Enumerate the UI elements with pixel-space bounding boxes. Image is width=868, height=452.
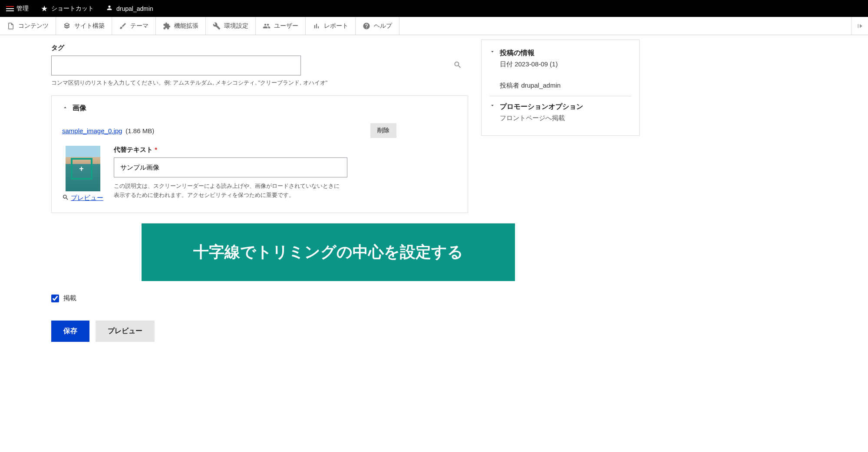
action-row: 保存 プレビュー	[51, 321, 468, 342]
side-panel: 投稿の情報 日付 2023-08-09 (1) 投稿者 drupal_admin…	[481, 39, 640, 136]
callout-banner: 十字線でトリミングの中心を設定する	[142, 223, 515, 281]
thumb-wrap: + プレビュー	[62, 146, 103, 202]
admin-content[interactable]: コンテンツ	[0, 17, 56, 35]
alt-help: この説明文は、スクリーンリーダーによる読み上げや、画像がロードされていないときに…	[114, 182, 344, 200]
manage-label: 管理	[17, 5, 29, 13]
image-thumb[interactable]: +	[66, 146, 100, 191]
manage-menu[interactable]: 管理	[0, 0, 35, 17]
image-panel-header[interactable]: 画像	[62, 104, 457, 113]
admin-people[interactable]: ユーザー	[256, 17, 306, 35]
people-icon	[263, 22, 271, 30]
hierarchy-icon	[63, 22, 71, 30]
file-size: (1.86 MB)	[125, 127, 154, 134]
user-menu[interactable]: drupal_admin	[100, 0, 159, 17]
post-info-section: 投稿の情報 日付 2023-08-09 (1) 投稿者 drupal_admin	[489, 47, 631, 96]
admin-reports[interactable]: レポート	[306, 17, 356, 35]
magnify-icon	[62, 194, 69, 202]
shortcuts-menu[interactable]: ★ ショートカット	[35, 0, 100, 17]
admin-structure[interactable]: サイト構築	[56, 17, 112, 35]
post-info-title: 投稿の情報	[500, 49, 631, 58]
tags-help: コンマ区切りのリストを入力してください。例: アムステルダム, メキシコシティ,…	[51, 79, 468, 87]
main-column: タグ コンマ区切りのリストを入力してください。例: アムステルダム, メキシコシ…	[51, 44, 468, 342]
alt-column: 代替テキスト * この説明文は、スクリーンリーダーによる読み上げや、画像がロード…	[114, 146, 457, 200]
search-icon	[453, 61, 462, 71]
admin-help[interactable]: ヘルプ	[356, 17, 399, 35]
puzzle-icon	[163, 22, 171, 30]
save-button[interactable]: 保存	[51, 321, 89, 342]
required-star: *	[155, 146, 157, 153]
promo-section: プロモーションオプション フロントページへ掲載	[489, 96, 631, 128]
file-icon	[7, 22, 15, 30]
preview-link[interactable]: プレビュー	[62, 194, 103, 202]
crosshair-icon: +	[79, 164, 84, 174]
content-area: タグ コンマ区切りのリストを入力してください。例: アムステルダム, メキシコシ…	[0, 35, 868, 359]
publish-row: 掲載	[51, 294, 468, 302]
user-label: drupal_admin	[116, 5, 153, 12]
sidebar: 投稿の情報 日付 2023-08-09 (1) 投稿者 drupal_admin…	[481, 39, 640, 136]
brush-icon	[119, 22, 127, 30]
wrench-icon	[213, 22, 221, 30]
help-icon	[363, 22, 370, 30]
remove-button[interactable]: 削除	[370, 123, 396, 138]
image-panel-title: 画像	[73, 104, 86, 113]
promo-header[interactable]: プロモーションオプション フロントページへ掲載	[489, 102, 631, 122]
tags-label: タグ	[51, 44, 468, 52]
chevron-down-icon	[489, 102, 495, 110]
user-icon	[106, 4, 113, 13]
promo-sub: フロントページへ掲載	[500, 114, 631, 122]
chevron-down-icon	[489, 49, 495, 56]
preview-button[interactable]: プレビュー	[96, 321, 155, 342]
file-row: sample_image_0.jpg (1.86 MB) 削除	[62, 123, 457, 138]
publish-checkbox[interactable]	[51, 295, 59, 302]
post-info-meta: 日付 2023-08-09 (1) 投稿者 drupal_admin	[500, 60, 631, 90]
alt-row: + プレビュー 代替テキスト * この説明文は、スクリー	[62, 146, 457, 202]
alt-label: 代替テキスト *	[114, 146, 457, 154]
admin-appearance[interactable]: テーマ	[112, 17, 156, 35]
hamburger-icon	[6, 6, 14, 11]
file-link[interactable]: sample_image_0.jpg	[62, 127, 122, 134]
shortcuts-label: ショートカット	[51, 5, 94, 13]
alt-input[interactable]	[114, 157, 347, 177]
admin-extend[interactable]: 機能拡張	[156, 17, 206, 35]
star-icon: ★	[41, 4, 48, 13]
promo-title: プロモーションオプション	[500, 102, 631, 111]
crop-frame[interactable]: +	[71, 158, 92, 180]
admin-menu: コンテンツ サイト構築 テーマ 機能拡張 環境設定 ユーザー レポート ヘルプ	[0, 17, 868, 35]
post-info-header[interactable]: 投稿の情報 日付 2023-08-09 (1) 投稿者 drupal_admin	[489, 49, 631, 90]
tags-input-wrap	[51, 56, 468, 75]
admin-config[interactable]: 環境設定	[206, 17, 256, 35]
image-panel: 画像 sample_image_0.jpg (1.86 MB) 削除 +	[51, 95, 468, 213]
publish-label[interactable]: 掲載	[63, 294, 76, 302]
topbar: 管理 ★ ショートカット drupal_admin	[0, 0, 868, 17]
collapse-icon	[856, 22, 864, 30]
collapse-toolbar[interactable]	[851, 17, 868, 35]
chart-icon	[313, 22, 320, 30]
chevron-up-icon	[62, 105, 68, 112]
tags-input[interactable]	[51, 56, 301, 75]
